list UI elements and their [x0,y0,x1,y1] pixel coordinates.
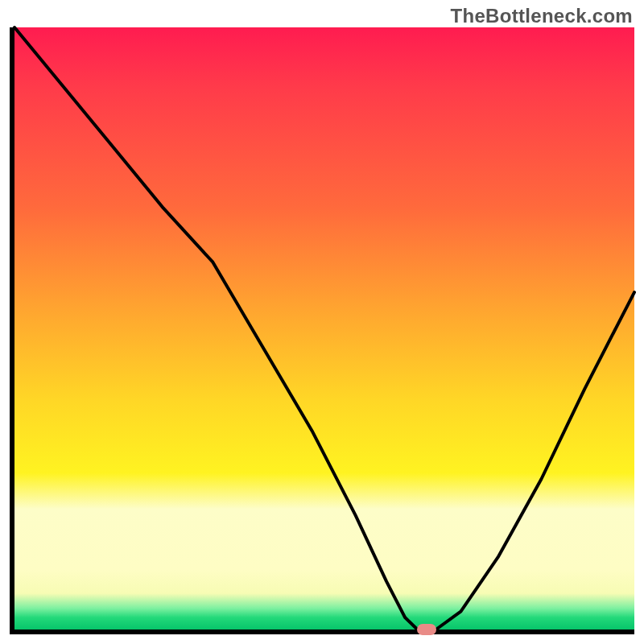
curve-path [14,27,634,630]
optimal-point-marker [417,624,436,635]
chart-frame: TheBottleneck.com [0,0,644,644]
plot-border [10,27,634,634]
plot-area [14,27,634,630]
watermark-text: TheBottleneck.com [451,5,633,27]
bottleneck-curve [14,27,634,630]
